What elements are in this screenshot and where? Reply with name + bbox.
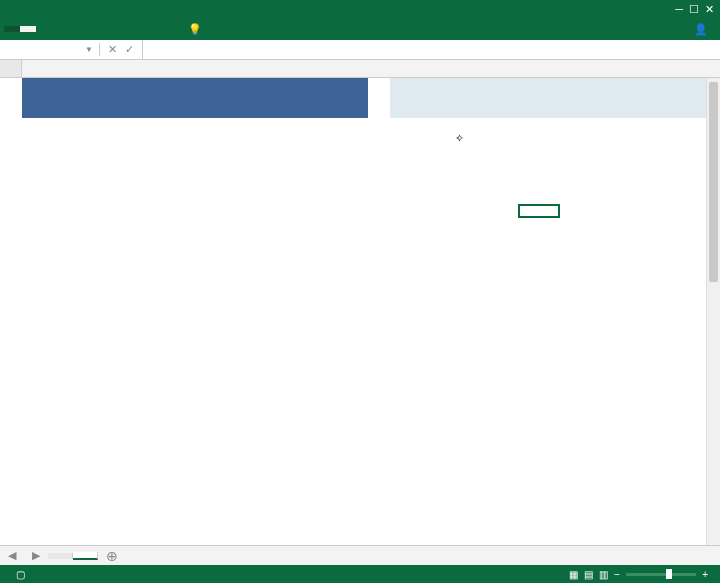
sheet-nav-next[interactable]: ▶ [24,549,48,562]
status-bar: ▢ ▦ ▤ ▥ − + [0,565,720,583]
tab-formulas[interactable] [68,26,84,32]
gantt-chart [22,300,662,565]
sheet-tabs: ◀ ▶ ⊕ [0,545,720,565]
tab-file[interactable] [4,26,20,32]
resources-band [390,78,720,118]
tell-me[interactable]: 💡 [180,20,210,39]
tab-view[interactable] [116,26,132,32]
new-sheet-button[interactable]: ⊕ [98,548,126,564]
cursor-icon: ⟡ [456,131,463,144]
view-break-icon[interactable]: ▥ [599,569,608,580]
page-title [22,78,368,118]
zoom-out-icon[interactable]: − [614,569,620,580]
column-headers [0,60,720,78]
tab-power-pivot[interactable] [164,26,180,32]
zoom-in-icon[interactable]: + [702,569,708,580]
tab-help[interactable] [148,26,164,32]
cancel-icon[interactable]: ✕ [108,43,117,56]
chevron-down-icon[interactable]: ▼ [85,45,93,54]
tab-insert[interactable] [36,26,52,32]
tab-home[interactable] [20,26,36,32]
enter-icon[interactable]: ✓ [125,43,134,56]
tab-review[interactable] [100,26,116,32]
sheet-nav-prev[interactable]: ◀ [0,549,24,562]
close-icon[interactable]: ✕ [705,3,714,16]
ribbon-tabs: 💡 👤 [0,18,720,40]
tab-data[interactable] [84,26,100,32]
sheet-tab-3[interactable] [48,553,73,559]
sheet-tab-4[interactable] [73,552,98,560]
name-box[interactable]: ▼ [0,43,100,56]
maximize-icon[interactable]: ☐ [689,3,699,16]
tab-developer[interactable] [132,26,148,32]
vertical-scrollbar[interactable] [706,78,720,545]
titlebar: ─ ☐ ✕ [0,0,720,18]
zoom-slider[interactable] [626,573,696,576]
view-normal-icon[interactable]: ▦ [569,569,578,580]
view-layout-icon[interactable]: ▤ [584,569,593,580]
tab-page-layout[interactable] [52,26,68,32]
select-all-corner[interactable] [0,60,22,77]
window-controls: ─ ☐ ✕ [675,3,714,16]
minimize-icon[interactable]: ─ [675,3,683,16]
selection-indicator [518,204,560,218]
share-button[interactable]: 👤 [686,20,716,39]
record-macro-icon[interactable]: ▢ [16,569,25,580]
formula-bar: ▼ ✕✓ [0,40,720,60]
